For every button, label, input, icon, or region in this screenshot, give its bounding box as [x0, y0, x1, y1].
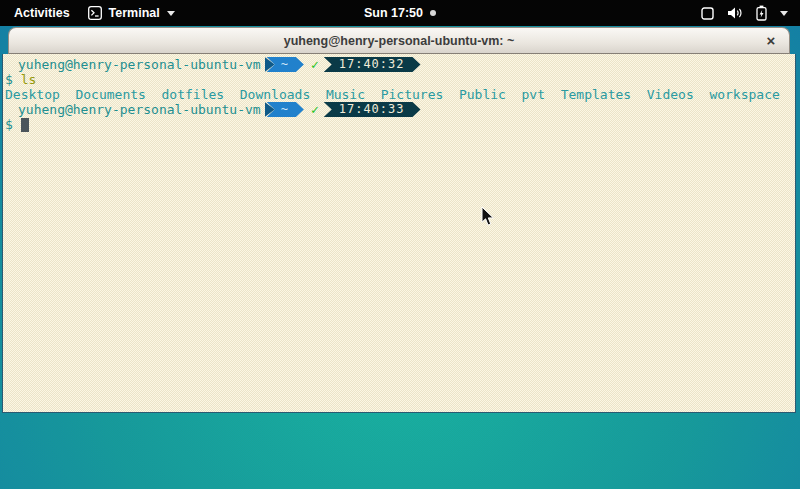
ls-output-line: DesktopDocumentsdotfilesDownloadsMusicPi… — [3, 87, 795, 102]
directory-entry: workspace — [709, 87, 779, 102]
clock-label[interactable]: Sun 17:50 — [364, 6, 423, 20]
directory-entry: Documents — [75, 87, 145, 102]
prompt-symbol: $ — [5, 72, 13, 87]
directory-entry: dotfiles — [162, 87, 225, 102]
prompt-symbol: $ — [5, 117, 13, 132]
directory-entry: Pictures — [381, 87, 444, 102]
directory-entry: Desktop — [5, 87, 60, 102]
network-icon — [701, 7, 714, 20]
status-check-icon: ✓ — [311, 102, 319, 117]
prompt-user-host: yuheng@henry-personal-ubuntu-vm — [18, 57, 261, 72]
chevron-down-icon[interactable] — [780, 11, 788, 16]
prompt-user-host: yuheng@henry-personal-ubuntu-vm — [18, 102, 261, 117]
directory-entry: Videos — [647, 87, 694, 102]
powerline-time-segment: 17:40:32 — [324, 57, 421, 72]
system-tray[interactable] — [701, 5, 800, 21]
terminal-window: yuheng@henry-personal-ubuntu-vm: ~ × yuh… — [2, 27, 796, 413]
current-input-line: $ — [3, 117, 795, 132]
directory-entry: pvt — [522, 87, 545, 102]
directory-entry: Downloads — [240, 87, 310, 102]
top-bar: Activities Terminal Sun 17:50 — [0, 0, 800, 26]
app-menu-label: Terminal — [109, 6, 160, 20]
prompt-line-2: yuheng@henry-personal-ubuntu-vm ~ ✓ 17:4… — [3, 102, 795, 117]
command-line: $ ls — [3, 72, 795, 87]
powerline-time-segment: 17:40:33 — [324, 102, 421, 117]
typed-command: ls — [21, 72, 37, 87]
window-titlebar[interactable]: yuheng@henry-personal-ubuntu-vm: ~ × — [8, 27, 790, 54]
directory-entry: Public — [459, 87, 506, 102]
directory-entry: Music — [326, 87, 365, 102]
battery-charging-icon — [756, 5, 767, 21]
top-bar-left: Activities Terminal — [0, 6, 175, 20]
directory-entry: Templates — [561, 87, 631, 102]
notification-dot-icon — [430, 10, 436, 16]
window-title: yuheng@henry-personal-ubuntu-vm: ~ — [284, 34, 515, 48]
chevron-down-icon — [167, 11, 175, 16]
screen: Activities Terminal Sun 17:50 — [0, 0, 800, 489]
mouse-cursor-icon — [481, 206, 495, 231]
terminal-body[interactable]: yuheng@henry-personal-ubuntu-vm ~ ✓ 17:4… — [2, 54, 796, 413]
app-menu-terminal[interactable]: Terminal — [88, 6, 175, 20]
close-icon[interactable]: × — [762, 32, 780, 50]
volume-icon — [727, 6, 743, 20]
terminal-app-icon — [88, 6, 102, 20]
text-cursor — [21, 118, 29, 132]
status-check-icon: ✓ — [311, 57, 319, 72]
prompt-line-1: yuheng@henry-personal-ubuntu-vm ~ ✓ 17:4… — [3, 57, 795, 72]
activities-button[interactable]: Activities — [10, 6, 74, 20]
